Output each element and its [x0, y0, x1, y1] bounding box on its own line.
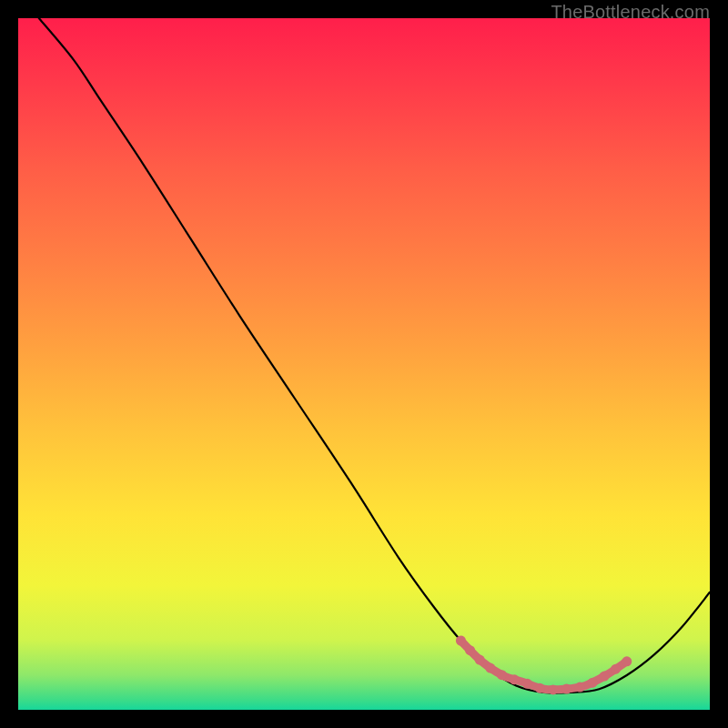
svg-point-3: [485, 663, 495, 673]
svg-point-12: [600, 672, 610, 682]
svg-point-13: [611, 664, 621, 674]
chart-background: [18, 18, 710, 710]
svg-point-9: [561, 684, 571, 694]
svg-point-4: [497, 670, 507, 680]
svg-point-14: [622, 656, 632, 666]
watermark-text: TheBottleneck.com: [551, 2, 710, 23]
svg-point-11: [588, 678, 598, 688]
svg-point-0: [456, 636, 466, 646]
svg-point-2: [475, 655, 485, 665]
chart-frame: TheBottleneck.com: [0, 0, 728, 728]
chart-plot: [18, 18, 710, 710]
svg-point-7: [535, 683, 545, 693]
svg-point-8: [548, 684, 558, 694]
svg-point-10: [575, 682, 585, 693]
svg-point-6: [522, 679, 532, 689]
svg-point-5: [510, 674, 520, 684]
svg-point-1: [465, 645, 475, 655]
